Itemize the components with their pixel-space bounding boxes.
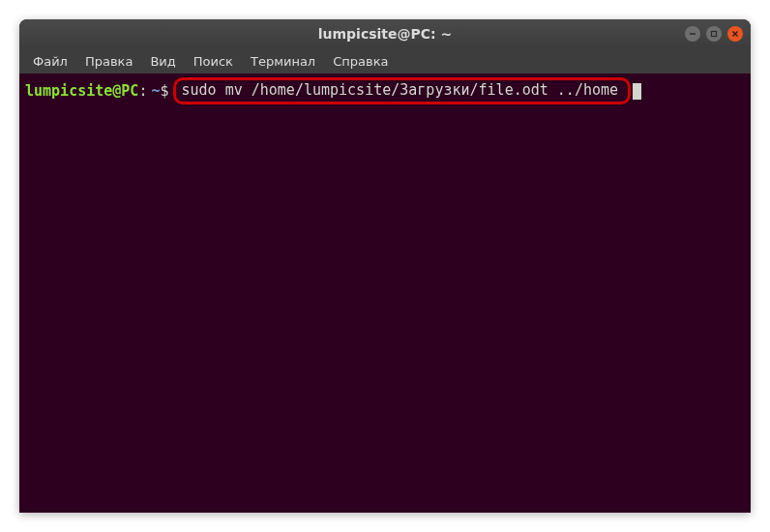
menu-file[interactable]: Файл: [25, 51, 75, 72]
minimize-button[interactable]: [685, 26, 700, 42]
prompt-path: ~: [151, 81, 160, 102]
terminal-window: lumpicsite@PC: ~ Файл Правка Вид Поиск Т…: [19, 19, 751, 513]
prompt-line: lumpicsite@PC:~$ sudo mv /home/lumpicsit…: [25, 77, 745, 104]
titlebar: lumpicsite@PC: ~: [19, 19, 751, 48]
close-icon: [731, 30, 739, 38]
window-title: lumpicsite@PC: ~: [318, 26, 453, 42]
command-text: sudo mv /home/lumpicsite/Загрузки/file.o…: [182, 81, 619, 99]
prompt-dollar: $: [160, 81, 168, 102]
menu-search[interactable]: Поиск: [186, 51, 241, 72]
command-highlight: sudo mv /home/lumpicsite/Загрузки/file.o…: [173, 77, 632, 104]
menu-view[interactable]: Вид: [142, 51, 183, 72]
menu-edit[interactable]: Правка: [77, 51, 140, 72]
menu-help[interactable]: Справка: [325, 51, 396, 72]
prompt-colon: :: [138, 81, 147, 102]
menubar: Файл Правка Вид Поиск Терминал Справка: [19, 48, 751, 74]
terminal-cursor: [633, 83, 641, 100]
maximize-button[interactable]: [706, 26, 722, 42]
menu-terminal[interactable]: Терминал: [243, 51, 323, 72]
close-button[interactable]: [727, 26, 743, 42]
maximize-icon: [710, 30, 718, 38]
terminal-area[interactable]: lumpicsite@PC:~$ sudo mv /home/lumpicsit…: [19, 74, 751, 513]
prompt-user-host: lumpicsite@PC: [25, 81, 138, 102]
minimize-icon: [689, 30, 696, 38]
svg-rect-1: [712, 32, 717, 37]
window-controls: [685, 26, 743, 42]
